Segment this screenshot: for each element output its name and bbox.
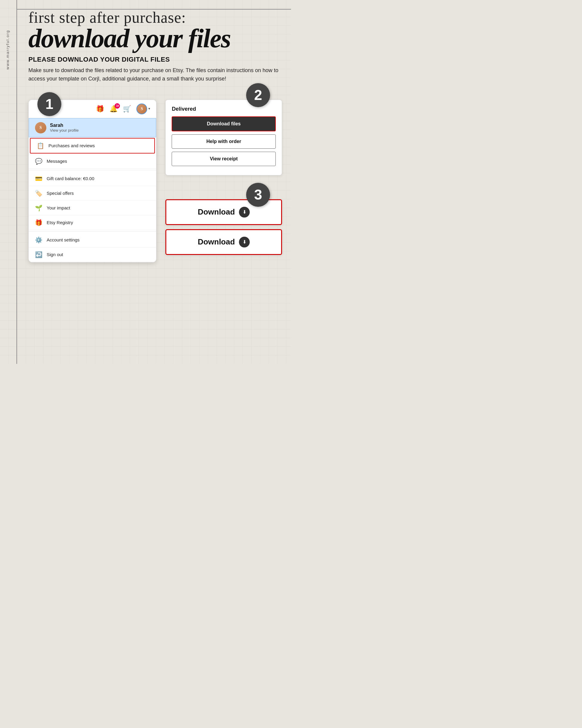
download-icon-1: ⬇: [239, 207, 250, 217]
download-files-button[interactable]: Download files: [172, 116, 276, 131]
notification-badge: 50: [114, 103, 120, 109]
profile-name: Sarah: [50, 123, 79, 128]
menu-item-label: Messages: [47, 159, 67, 164]
cart-icon: 🛒: [123, 105, 131, 113]
steps-row: 1 🎁 🔔 50 🛒 S ▾: [28, 91, 282, 262]
menu-item-registry[interactable]: 🎁 Etsy Registry: [29, 215, 156, 230]
help-with-order-button[interactable]: Help with order: [172, 134, 276, 149]
left-border-line: [17, 0, 17, 364]
description-section: PLEASE DOWNLOAD YOUR DIGITAL FILES Make …: [28, 56, 282, 83]
view-receipt-button[interactable]: View receipt: [172, 152, 276, 166]
step-1-number: 1: [37, 92, 61, 116]
your-impact-icon: 🌱: [35, 204, 43, 212]
vertical-url-text: www.marryful.org: [5, 30, 10, 70]
content-area: first step after purchase: download your…: [22, 0, 291, 271]
steps-2-3-column: 2 Delivered Download files Help with ord…: [165, 91, 282, 255]
menu-divider-2: [29, 231, 156, 232]
settings-icon: ⚙️: [35, 236, 43, 243]
profile-menu-item[interactable]: S Sarah View your profile: [29, 118, 156, 137]
step-3-panel: 3 Download ⬇ Download ⬇: [165, 181, 282, 255]
profile-text: Sarah View your profile: [50, 123, 79, 133]
user-avatar: S: [136, 104, 147, 114]
registry-icon: 🎁: [35, 219, 43, 226]
notification-bell: 🔔 50: [109, 105, 117, 113]
download-card-2[interactable]: Download ⬇: [165, 229, 282, 255]
menu-item-special-offers[interactable]: 🏷️ Special offers: [29, 186, 156, 201]
menu-divider-1: [29, 170, 156, 170]
menu-item-label: Sign out: [47, 252, 63, 257]
bold-title: download your files: [28, 26, 282, 51]
menu-item-giftcard[interactable]: 💳 Gift card balance: €0.00: [29, 172, 156, 186]
menu-item-label: Gift card balance: €0.00: [47, 176, 94, 181]
etsy-ui-mockup: 🎁 🔔 50 🛒 S ▾: [28, 100, 156, 262]
special-offers-icon: 🏷️: [35, 190, 43, 197]
description-headline: PLEASE DOWNLOAD YOUR DIGITAL FILES: [28, 56, 282, 63]
order-card: Delivered Download files Help with order…: [165, 100, 282, 175]
menu-item-purchases[interactable]: 📋 Purchases and reviews: [30, 138, 155, 154]
menu-item-messages[interactable]: 💬 Messages: [29, 154, 156, 169]
download-label-1: Download: [198, 207, 235, 217]
menu-item-label: Etsy Registry: [47, 220, 73, 225]
giftcard-icon: 💳: [35, 175, 43, 182]
menu-item-label: Special offers: [47, 190, 74, 196]
step-2-number: 2: [246, 83, 270, 107]
top-border-line: [17, 9, 291, 9]
menu-item-label: Purchases and reviews: [49, 143, 95, 148]
step-3-number: 3: [246, 183, 270, 207]
purchases-icon: 📋: [36, 142, 44, 149]
step-2-panel: 2 Delivered Download files Help with ord…: [165, 91, 282, 175]
cursive-title: first step after purchase:: [28, 9, 282, 26]
download-label-2: Download: [198, 237, 235, 246]
messages-icon: 💬: [35, 158, 43, 165]
dropdown-arrow-icon: ▾: [148, 106, 150, 111]
profile-avatar: S: [35, 122, 46, 133]
menu-item-your-impact[interactable]: 🌱 Your impact: [29, 201, 156, 215]
menu-item-account-settings[interactable]: ⚙️ Account settings: [29, 233, 156, 248]
step-1-panel: 1 🎁 🔔 50 🛒 S ▾: [28, 91, 156, 262]
gift-icon: 🎁: [96, 105, 104, 113]
header-section: first step after purchase: download your…: [28, 6, 282, 51]
page-wrapper: www.marryful.org first step after purcha…: [0, 0, 291, 364]
description-body: Make sure to download the files related …: [28, 67, 282, 83]
download-icon-2: ⬇: [239, 237, 250, 248]
menu-item-label: Account settings: [47, 237, 80, 242]
sign-out-icon: ↩️: [35, 251, 43, 258]
menu-item-label: Your impact: [47, 205, 70, 210]
download-cards-list: Download ⬇ Download ⬇: [165, 199, 282, 255]
user-avatar-area[interactable]: S ▾: [136, 104, 150, 114]
profile-subtitle: View your profile: [50, 128, 79, 133]
menu-item-sign-out[interactable]: ↩️ Sign out: [29, 248, 156, 262]
